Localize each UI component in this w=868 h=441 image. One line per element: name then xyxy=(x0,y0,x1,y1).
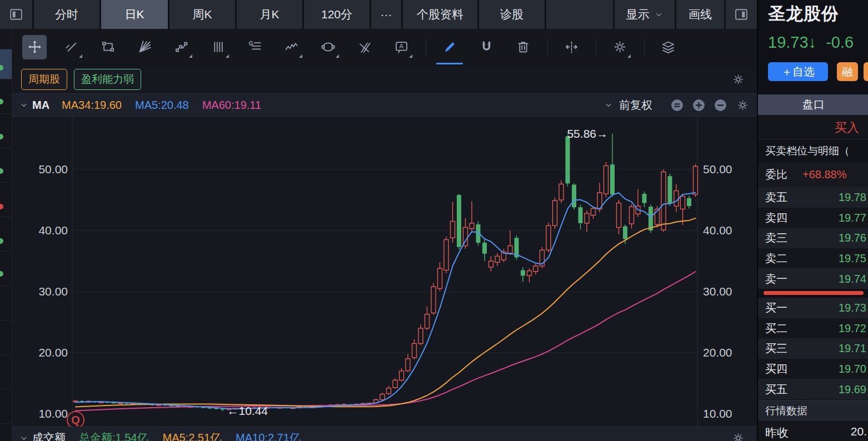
panel-toggle-right-icon[interactable] xyxy=(726,0,757,29)
dropdown-caret xyxy=(226,54,229,58)
add-watchlist-button[interactable]: ＋自选 xyxy=(768,62,828,81)
watchlist-selected-item[interactable] xyxy=(0,49,12,79)
svg-text:20.00: 20.00 xyxy=(703,346,732,359)
tab-2[interactable]: 周K xyxy=(169,0,235,29)
polyline-tool-icon[interactable] xyxy=(169,35,193,59)
bid-row[interactable]: 买二19.72 xyxy=(758,318,868,339)
bid-ask-divider xyxy=(764,291,864,295)
volume-value: MA10:2.71亿 xyxy=(236,432,301,441)
price-change: -0.6 xyxy=(826,33,854,51)
brush-tool-icon[interactable] xyxy=(437,35,462,59)
chevron-down-icon[interactable] xyxy=(19,433,29,441)
settings-tool-icon[interactable] xyxy=(607,35,632,59)
volume-settings-gear-icon[interactable] xyxy=(732,432,745,441)
draw-line-button[interactable]: 画线 xyxy=(676,0,724,29)
dropdown-caret xyxy=(189,54,192,58)
stock-tag[interactable]: 周期股 xyxy=(21,69,67,90)
panel-toggle-left-icon[interactable] xyxy=(0,0,32,29)
svg-text:Q: Q xyxy=(71,414,80,426)
gann-fan-tool-icon[interactable] xyxy=(132,35,157,59)
gann-grid-tool-icon[interactable]: G xyxy=(242,35,267,59)
buy-button[interactable]: 买入 xyxy=(835,119,859,136)
ask-row[interactable]: 卖五19.78 xyxy=(758,187,868,208)
clipped-badge[interactable] xyxy=(864,62,868,81)
svg-text:40.00: 40.00 xyxy=(38,224,68,237)
chevron-down-icon[interactable] xyxy=(19,100,29,110)
weibi-label: 委比 xyxy=(765,162,787,187)
tab-3[interactable]: 月K xyxy=(237,0,302,29)
ask-price: 19.75 xyxy=(839,252,866,265)
vertical-lines-tool-icon[interactable] xyxy=(206,35,230,59)
tab-1[interactable]: 日K xyxy=(101,0,168,29)
chevron-down-icon xyxy=(654,10,664,19)
toolbar-separator xyxy=(547,39,548,56)
ask-row[interactable]: 卖二19.75 xyxy=(758,248,868,269)
tab-5[interactable]: ··· xyxy=(371,0,401,29)
svg-text:55.86→: 55.86→ xyxy=(567,127,608,140)
indicator-name[interactable]: MA xyxy=(32,99,49,112)
hsplit-tool-icon[interactable] xyxy=(559,35,583,59)
bid-label: 买三 xyxy=(765,341,787,356)
adjust-mode-label[interactable]: 前复权 xyxy=(619,98,652,113)
magnet-tool-icon[interactable] xyxy=(474,35,498,59)
watchlist-mini-strip[interactable] xyxy=(0,29,12,441)
ma-settings-gear-icon[interactable] xyxy=(736,99,749,112)
zoom-out-button[interactable] xyxy=(714,98,727,112)
watchlist-change-dot xyxy=(0,204,3,209)
dropdown-caret xyxy=(627,54,631,58)
toolbar-separator xyxy=(596,39,596,56)
strip-separator xyxy=(0,389,12,389)
ask-row[interactable]: 卖一19.74 xyxy=(758,268,868,289)
ma-values: MA34:19.60MA5:20.48MA60:19.11 xyxy=(62,99,275,112)
stock-tag[interactable]: 盈利能力弱 xyxy=(74,69,141,90)
chevron-down-icon[interactable] xyxy=(603,100,613,110)
rectangle-tool-icon[interactable] xyxy=(96,35,120,59)
top-tab-bar: 分时日K周K月K120分···个股资料诊股显示画线 xyxy=(0,0,757,29)
ma-value: MA60:19.11 xyxy=(202,99,261,111)
zoom-in-button[interactable] xyxy=(692,98,706,112)
watchlist-change-dot xyxy=(0,168,3,174)
wave-tool-icon[interactable] xyxy=(279,35,303,59)
bid-row[interactable]: 买一19.73 xyxy=(758,298,868,318)
ask-price: 19.78 xyxy=(839,191,866,204)
tab-4[interactable]: 120分 xyxy=(304,0,370,29)
strip-separator xyxy=(0,251,12,252)
trendline-tool-icon[interactable] xyxy=(59,35,83,59)
ask-label: 卖五 xyxy=(765,190,787,205)
last-price: 19.73↓ xyxy=(768,33,816,51)
volume-indicator-name[interactable]: 成交额 xyxy=(32,430,66,441)
ask-row[interactable]: 卖四19.77 xyxy=(758,208,868,228)
svg-text:50.00: 50.00 xyxy=(38,163,68,176)
stock-price-row: 19.73↓ -0.6 xyxy=(768,33,854,52)
tab-pankou[interactable]: 盘口 xyxy=(758,94,868,115)
layers-tool-icon[interactable] xyxy=(656,35,680,59)
move-tool-icon[interactable] xyxy=(22,35,47,59)
zoom-reset-button[interactable] xyxy=(670,98,684,112)
ellipse-tool-icon[interactable] xyxy=(316,35,340,59)
ma-value: MA34:19.60 xyxy=(62,99,122,111)
bid-row[interactable]: 买四19.70 xyxy=(758,359,868,379)
candlestick-chart[interactable]: 50.0050.0040.0040.0030.0030.0020.0020.00… xyxy=(12,117,757,427)
svg-text:←10.44: ←10.44 xyxy=(227,404,268,417)
dropdown-caret xyxy=(299,54,302,58)
volume-value: MA5:2.51亿 xyxy=(162,432,221,441)
ask-price: 19.77 xyxy=(839,211,866,224)
tags-settings-gear-icon[interactable] xyxy=(732,73,745,86)
display-menu[interactable]: 显示 xyxy=(615,0,675,29)
ask-levels: 卖五19.78卖四19.77卖三19.76卖二19.75卖一19.74 xyxy=(758,187,868,289)
bid-row[interactable]: 买五19.69 xyxy=(758,379,868,399)
tab-6[interactable]: 个股资料 xyxy=(403,0,477,29)
margin-badge[interactable]: 融 xyxy=(837,62,858,81)
text-label-tool-icon[interactable]: A xyxy=(389,35,413,59)
ask-row[interactable]: 卖三19.76 xyxy=(758,228,868,248)
bid-price: 19.72 xyxy=(839,322,866,334)
eraser-off-tool-icon[interactable] xyxy=(352,35,377,59)
trash-tool-icon[interactable] xyxy=(511,35,535,59)
ask-price: 19.76 xyxy=(839,232,866,244)
tab-7[interactable]: 诊股 xyxy=(479,0,545,29)
toolbar-separator xyxy=(644,39,645,56)
tab-0[interactable]: 分时 xyxy=(34,0,99,29)
trading-app: 分时日K周K月K120分···个股资料诊股显示画线 GA 周期股盈利能力弱 MA… xyxy=(0,0,868,441)
strip-separator xyxy=(0,182,12,183)
bid-row[interactable]: 买三19.71 xyxy=(758,338,868,359)
